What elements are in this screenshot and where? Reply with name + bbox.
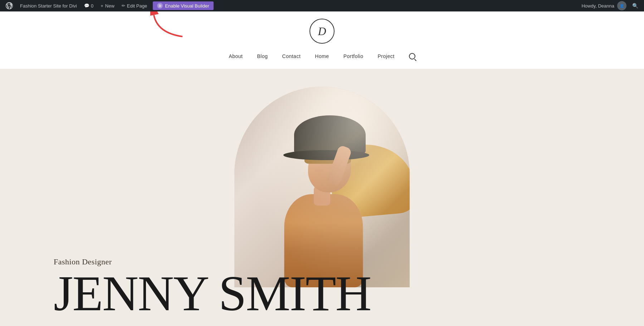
- pencil-icon: ✏: [122, 3, 125, 8]
- nav-item-contact[interactable]: Contact: [282, 53, 301, 59]
- nav-item-portfolio[interactable]: Portfolio: [343, 53, 364, 59]
- admin-search-icon[interactable]: 🔍: [629, 3, 641, 9]
- hero-section: Fashion Designer JENNY SMITH: [0, 69, 644, 326]
- admin-bar: Fashion Starter Site for Divi 💬 0 + New …: [0, 0, 644, 11]
- hero-text-content: Fashion Designer JENNY SMITH: [54, 257, 371, 316]
- comment-icon: 💬: [84, 3, 89, 8]
- hero-title: JENNY SMITH: [54, 271, 371, 316]
- wordpress-logo[interactable]: [3, 0, 16, 11]
- howdy-text: Howdy, Deanna: [581, 3, 614, 9]
- nav-item-home[interactable]: Home: [315, 53, 329, 59]
- edit-page-link[interactable]: ✏ Edit Page: [119, 0, 150, 11]
- site-logo[interactable]: D: [309, 19, 335, 44]
- user-avatar[interactable]: 👤: [617, 1, 626, 10]
- site-name-link[interactable]: Fashion Starter Site for Divi: [17, 0, 80, 11]
- divi-logo-icon: D: [157, 3, 163, 9]
- nav-item-about[interactable]: About: [229, 53, 243, 59]
- nav-search-icon[interactable]: [409, 53, 415, 59]
- admin-bar-right: Howdy, Deanna 👤 🔍: [581, 1, 641, 10]
- site-navigation: About Blog Contact Home Portfolio Projec…: [229, 49, 415, 65]
- new-label: New: [105, 3, 114, 9]
- nav-item-blog[interactable]: Blog: [257, 53, 268, 59]
- nav-item-project[interactable]: Project: [378, 53, 395, 59]
- comment-count: 0: [91, 3, 93, 9]
- logo-letter: D: [318, 25, 326, 38]
- enable-visual-builder-button[interactable]: D Enable Visual Builder: [153, 1, 213, 10]
- new-content-link[interactable]: + New: [98, 0, 117, 11]
- plus-icon: +: [101, 3, 103, 9]
- site-name-text: Fashion Starter Site for Divi: [20, 3, 77, 9]
- site-header: D About Blog Contact Home Portfolio Proj…: [0, 11, 644, 69]
- enable-builder-label: Enable Visual Builder: [165, 3, 209, 9]
- comments-link[interactable]: 💬 0: [81, 0, 96, 11]
- edit-label: Edit Page: [127, 3, 147, 9]
